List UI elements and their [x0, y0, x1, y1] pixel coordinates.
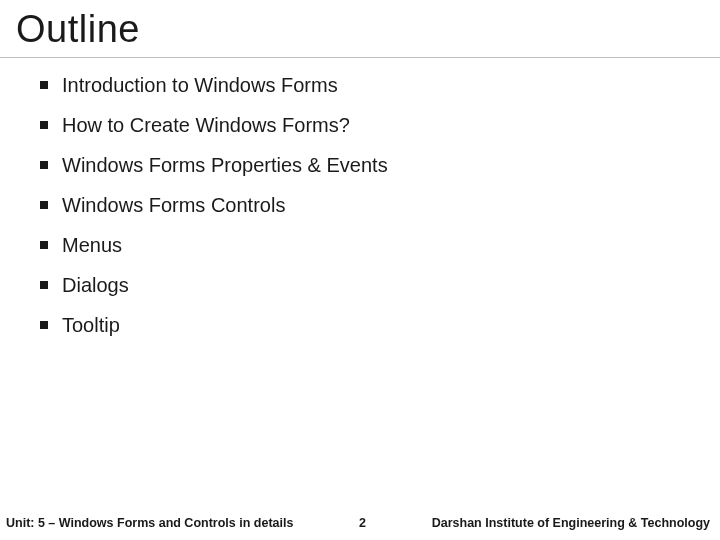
list-item: How to Create Windows Forms?: [40, 112, 720, 138]
footer-page-number: 2: [293, 516, 431, 530]
square-bullet-icon: [40, 241, 48, 249]
list-item-label: How to Create Windows Forms?: [62, 112, 350, 138]
slide-footer: Unit: 5 – Windows Forms and Controls in …: [0, 506, 720, 540]
list-item-label: Windows Forms Controls: [62, 192, 285, 218]
list-item: Tooltip: [40, 312, 720, 338]
list-item: Introduction to Windows Forms: [40, 72, 720, 98]
footer-institute: Darshan Institute of Engineering & Techn…: [432, 516, 710, 530]
square-bullet-icon: [40, 81, 48, 89]
list-item-label: Introduction to Windows Forms: [62, 72, 338, 98]
list-item: Windows Forms Controls: [40, 192, 720, 218]
square-bullet-icon: [40, 161, 48, 169]
square-bullet-icon: [40, 121, 48, 129]
list-item: Menus: [40, 232, 720, 258]
list-item: Dialogs: [40, 272, 720, 298]
list-item: Windows Forms Properties & Events: [40, 152, 720, 178]
square-bullet-icon: [40, 281, 48, 289]
slide-content: Introduction to Windows Forms How to Cre…: [0, 58, 720, 540]
list-item-label: Menus: [62, 232, 122, 258]
footer-unit: Unit: 5 – Windows Forms and Controls in …: [6, 516, 293, 530]
square-bullet-icon: [40, 321, 48, 329]
square-bullet-icon: [40, 201, 48, 209]
outline-list: Introduction to Windows Forms How to Cre…: [40, 72, 720, 338]
list-item-label: Windows Forms Properties & Events: [62, 152, 388, 178]
slide-title: Outline: [0, 0, 720, 58]
list-item-label: Dialogs: [62, 272, 129, 298]
slide: Outline Introduction to Windows Forms Ho…: [0, 0, 720, 540]
list-item-label: Tooltip: [62, 312, 120, 338]
